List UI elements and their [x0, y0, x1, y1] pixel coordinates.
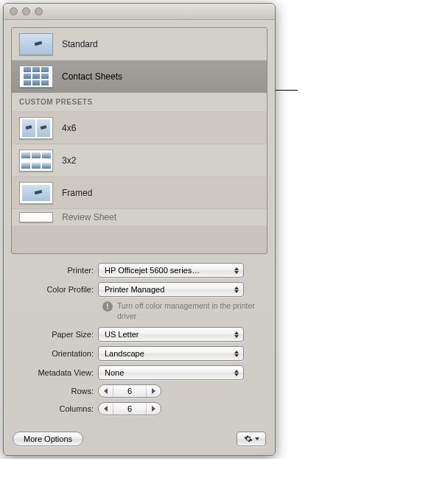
preset-item-3x2[interactable]: 3x2 — [12, 144, 267, 177]
metadata-view-label: Metadata View: — [13, 368, 98, 377]
gear-icon — [244, 435, 253, 443]
stepper-increment[interactable] — [146, 403, 161, 415]
preset-item-4x6[interactable]: 4x6 — [12, 112, 267, 144]
print-options-form: Printer: HP Officejet 5600 series… Color… — [4, 254, 275, 424]
callout-line — [276, 90, 298, 91]
preset-thumb-icon — [19, 66, 53, 88]
columns-label: Columns: — [13, 404, 98, 413]
color-profile-value: Printer Managed — [105, 285, 164, 294]
paper-size-value: US Letter — [105, 330, 139, 339]
metadata-view-select[interactable]: None — [98, 365, 244, 380]
updown-arrows-icon — [231, 348, 242, 359]
preset-thumb-icon — [19, 182, 53, 204]
bottom-toolbar: More Options — [4, 424, 275, 455]
preset-item-label: Framed — [62, 188, 92, 198]
preset-item-label: Contact Sheets — [62, 71, 122, 82]
columns-value: 6 — [113, 404, 146, 413]
orientation-value: Landscape — [105, 349, 144, 358]
info-icon: ! — [102, 301, 113, 312]
close-icon[interactable] — [10, 7, 18, 15]
more-options-label: More Options — [24, 435, 72, 443]
hint-text: Turn off color management in the printer… — [117, 301, 266, 321]
stepper-increment[interactable] — [146, 385, 161, 397]
titlebar — [4, 4, 275, 20]
preset-section-label: CUSTOM PRESETS — [19, 98, 93, 106]
updown-arrows-icon — [231, 367, 242, 379]
preset-thumb-icon — [19, 212, 53, 222]
color-profile-hint: ! Turn off color management in the print… — [102, 301, 266, 321]
print-settings-panel: Standard Contact Sheets CUSTOM PRESETS 4… — [3, 3, 276, 456]
zoom-icon[interactable] — [35, 7, 43, 15]
updown-arrows-icon — [231, 264, 242, 276]
updown-arrows-icon — [231, 328, 242, 340]
color-profile-select[interactable]: Printer Managed — [98, 282, 244, 297]
preset-item-label: Standard — [62, 39, 98, 49]
preset-thumb-icon — [19, 33, 53, 55]
preset-thumb-icon — [19, 149, 53, 172]
metadata-view-value: None — [105, 368, 124, 377]
preset-item-framed[interactable]: Framed — [12, 177, 267, 209]
stepper-decrement[interactable] — [99, 385, 113, 397]
printer-select-value: HP Officejet 5600 series… — [105, 266, 200, 275]
preset-item-label: 3x2 — [62, 155, 76, 166]
preset-section-header: CUSTOM PRESETS — [12, 93, 267, 112]
orientation-label: Orientation: — [13, 349, 98, 358]
rows-label: Rows: — [13, 387, 98, 395]
stepper-decrement[interactable] — [99, 403, 113, 415]
paper-size-label: Paper Size: — [13, 330, 98, 339]
preset-item-contact-sheets[interactable]: Contact Sheets — [12, 60, 267, 93]
preset-list[interactable]: Standard Contact Sheets CUSTOM PRESETS 4… — [11, 27, 267, 254]
minimize-icon[interactable] — [22, 7, 30, 15]
rows-stepper[interactable]: 6 — [98, 384, 161, 398]
printer-label: Printer: — [13, 266, 98, 275]
preset-item-label: 4x6 — [62, 123, 76, 133]
preset-thumb-icon — [19, 117, 53, 139]
paper-size-select[interactable]: US Letter — [98, 327, 244, 342]
updown-arrows-icon — [231, 284, 242, 295]
columns-stepper[interactable]: 6 — [98, 402, 161, 415]
more-options-button[interactable]: More Options — [13, 432, 83, 446]
chevron-down-icon — [255, 437, 259, 440]
action-menu-button[interactable] — [237, 432, 266, 446]
preset-item-standard[interactable]: Standard — [12, 28, 267, 60]
preset-item-label: Review Sheet — [62, 212, 116, 222]
orientation-select[interactable]: Landscape — [98, 346, 244, 361]
printer-select[interactable]: HP Officejet 5600 series… — [98, 263, 244, 278]
color-profile-label: Color Profile: — [13, 285, 98, 294]
preset-item-review-sheet[interactable]: Review Sheet — [12, 209, 267, 225]
rows-value: 6 — [113, 387, 146, 395]
